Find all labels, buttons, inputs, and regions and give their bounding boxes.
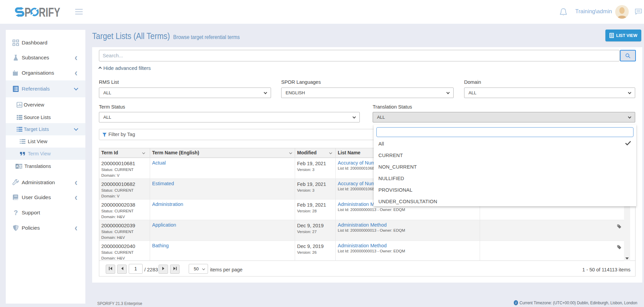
svg-text:P: P — [25, 5, 31, 19]
svg-text:文: 文 — [19, 165, 22, 168]
svg-text:RIFY: RIFY — [39, 5, 60, 19]
svg-text:A: A — [16, 165, 18, 168]
svg-text:i: i — [515, 301, 516, 305]
